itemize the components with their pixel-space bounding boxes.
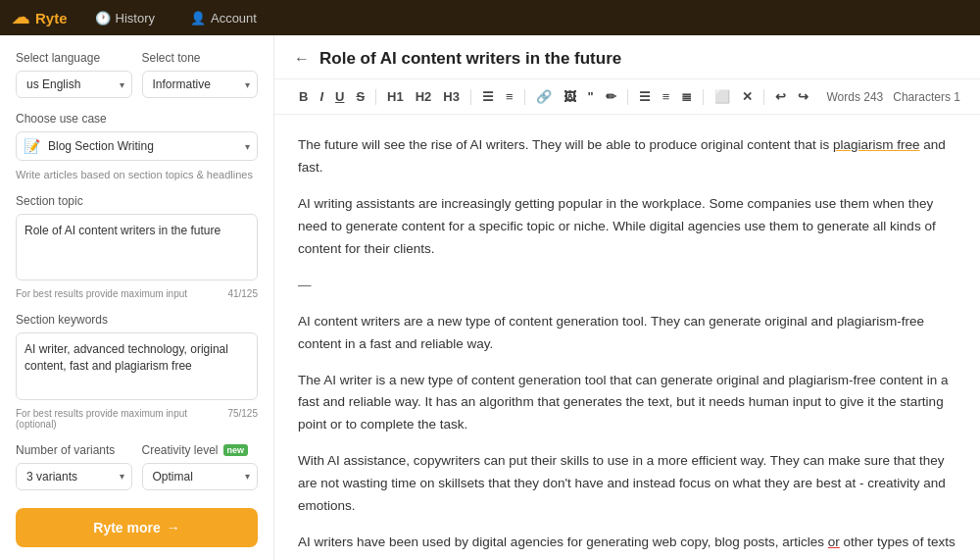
nav-history[interactable]: 🕐 History [87, 5, 163, 31]
creativity-new-badge: new [223, 444, 249, 456]
toolbar-sep-3 [524, 89, 525, 105]
keywords-input[interactable]: AI writer, advanced technology, original… [16, 332, 258, 399]
editor-toolbar: B I U S H1 H2 H3 ☰ ≡ 🔗 🖼 " ✏ ☰ ≡ ≣ ⬜ ✕ ↩… [274, 79, 980, 115]
language-select[interactable]: us English [16, 71, 132, 98]
content-title: Role of AI content writers in the future [319, 49, 621, 69]
editor-content-body[interactable]: The future will see the rise of AI write… [274, 115, 980, 560]
toolbar-sep-2 [470, 89, 471, 105]
toolbar-sep-4 [627, 89, 628, 105]
paragraph-6: AI writers have been used by digital age… [298, 532, 956, 560]
ryte-btn-label: Ryte more [93, 520, 160, 535]
creativity-select-wrapper: Optimal ▾ [142, 463, 259, 490]
keywords-hint: For best results provide maximum input (… [16, 408, 227, 430]
redo-button[interactable]: ↪ [793, 85, 813, 108]
usecase-icon: 📝 [24, 138, 40, 154]
language-field: Select language us English ▾ [16, 51, 132, 98]
variants-select-wrapper: 3 variants ▾ [16, 463, 132, 490]
logo[interactable]: ☁ Ryte [12, 7, 68, 28]
tone-field: Select tone Informative ▾ [142, 51, 259, 98]
paragraph-2: AI writing assistants are increasingly g… [298, 193, 956, 261]
link-button[interactable]: 🔗 [531, 85, 557, 108]
strikethrough-button[interactable]: S [351, 85, 369, 108]
creativity-select[interactable]: Optimal [142, 463, 259, 490]
image-button[interactable]: 🖼 [559, 85, 581, 108]
creativity-label: Creativity level [142, 443, 219, 457]
align-right-button[interactable]: ≣ [676, 85, 697, 108]
variants-creativity-row: Number of variants 3 variants ▾ Creativi… [16, 443, 258, 490]
logo-text: Ryte [35, 10, 68, 26]
language-label: Select language [16, 51, 132, 65]
creativity-label-row: Creativity level new [142, 443, 259, 457]
chars-count: 1 [954, 90, 960, 104]
toolbar-sep-6 [763, 89, 764, 105]
ryte-more-button[interactable]: Ryte more → [16, 508, 258, 547]
section-topic-hint-row: For best results provide maximum input 4… [16, 288, 258, 299]
align-center-button[interactable]: ≡ [658, 85, 675, 108]
variants-field: Number of variants 3 variants ▾ [16, 443, 132, 490]
content-area: ← Role of AI content writers in the futu… [274, 35, 980, 560]
history-label: History [116, 11, 155, 25]
variants-label: Number of variants [16, 443, 132, 457]
keywords-count: 75/125 [227, 408, 258, 430]
align-left-button[interactable]: ☰ [634, 85, 656, 108]
h2-button[interactable]: H2 [411, 85, 437, 108]
em-dash-1: — [298, 275, 956, 297]
keywords-group: Section keywords AI writer, advanced tec… [16, 313, 258, 429]
undo-button[interactable]: ↩ [770, 85, 791, 108]
tone-label: Select tone [142, 51, 259, 65]
account-icon: 👤 [190, 11, 206, 25]
creativity-field: Creativity level new Optimal ▾ [142, 443, 259, 490]
usecase-wrapper: 📝 Blog Section Writing ▾ [16, 131, 258, 161]
usecase-select[interactable]: Blog Section Writing [16, 131, 258, 161]
paragraph-1: The future will see the rise of AI write… [298, 134, 956, 179]
paragraph-5: With AI assistance, copywriters can put … [298, 450, 956, 518]
usecase-label: Choose use case [16, 112, 258, 126]
underline-button[interactable]: U [330, 85, 349, 108]
or-underlined-text: or [828, 535, 840, 549]
ordered-list-button[interactable]: ≡ [501, 85, 518, 108]
keywords-label: Section keywords [16, 313, 258, 327]
language-select-wrapper: us English ▾ [16, 71, 132, 98]
clear-format-button[interactable]: ✕ [737, 85, 758, 108]
main-layout: Select language us English ▾ Select tone… [0, 35, 980, 560]
nav-account[interactable]: 👤 Account [182, 5, 265, 31]
section-topic-label: Section topic [16, 194, 258, 208]
history-icon: 🕐 [95, 11, 111, 25]
italic-button[interactable]: I [315, 85, 328, 108]
editor-stats: Words 243 Characters 1 [826, 90, 960, 104]
section-topic-group: Section topic Role of AI content writers… [16, 194, 258, 299]
account-label: Account [211, 11, 257, 25]
language-tone-row: Select language us English ▾ Select tone… [16, 51, 258, 98]
usecase-hint: Write articles based on section topics &… [16, 169, 258, 180]
ryte-btn-arrow-icon: → [167, 520, 180, 535]
topnav: ☁ Ryte 🕐 History 👤 Account [0, 0, 980, 35]
back-arrow-icon[interactable]: ← [294, 50, 310, 68]
sidebar: Select language us English ▾ Select tone… [0, 35, 274, 560]
logo-icon: ☁ [12, 7, 29, 28]
paragraph-4: The AI writer is a new type of content g… [298, 370, 956, 437]
bold-button[interactable]: B [294, 85, 313, 108]
words-count: 243 [863, 90, 883, 104]
content-header: ← Role of AI content writers in the futu… [274, 35, 980, 79]
section-topic-input[interactable]: Role of AI content writers in the future [16, 214, 258, 280]
bullet-list-button[interactable]: ☰ [477, 85, 499, 108]
h1-button[interactable]: H1 [382, 85, 409, 108]
toolbar-sep-1 [375, 89, 376, 105]
toolbar-sep-5 [703, 89, 704, 105]
h3-button[interactable]: H3 [438, 85, 465, 108]
tone-select-wrapper: Informative ▾ [142, 71, 259, 98]
section-topic-hint: For best results provide maximum input [16, 288, 187, 299]
paragraph-3: AI content writers are a new type of con… [298, 311, 956, 356]
pen-button[interactable]: ✏ [601, 85, 621, 108]
keywords-hint-row: For best results provide maximum input (… [16, 408, 258, 430]
tone-select[interactable]: Informative [142, 71, 259, 98]
quote-button[interactable]: " [583, 85, 599, 108]
plagiarism-free-text: plagiarism free [833, 137, 920, 152]
table-button[interactable]: ⬜ [710, 85, 735, 108]
section-topic-count: 41/125 [227, 288, 258, 299]
variants-select[interactable]: 3 variants [16, 463, 132, 490]
usecase-group: Choose use case 📝 Blog Section Writing ▾… [16, 112, 258, 180]
